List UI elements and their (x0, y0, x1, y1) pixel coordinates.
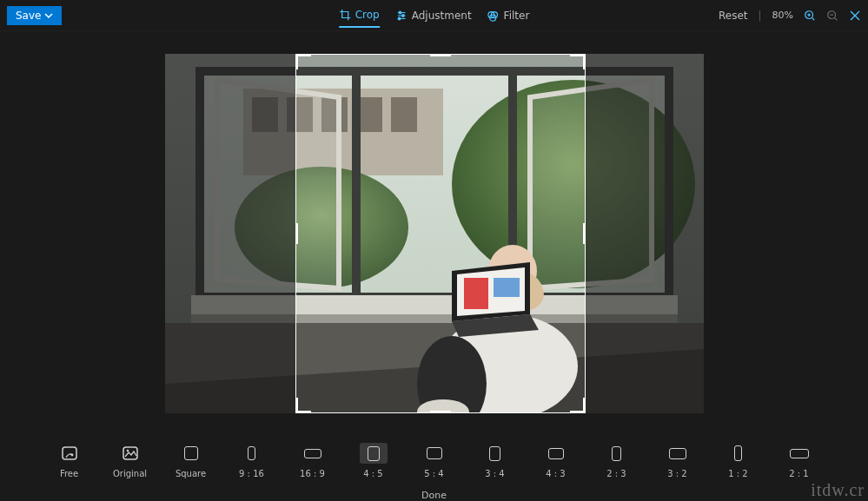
ratio-label: Free (60, 469, 78, 478)
zoom-percentage: 80% (772, 10, 793, 21)
tab-label: Adjustment (412, 10, 472, 22)
ratio-icon (725, 443, 752, 464)
svg-rect-36 (63, 447, 76, 459)
ratio-label: 2 : 3 (606, 469, 626, 478)
tool-tabs: Crop Adjustment Filter (339, 3, 530, 28)
tab-label: Crop (355, 9, 380, 21)
tab-label: Filter (504, 10, 530, 22)
svg-point-0 (399, 11, 401, 14)
close-button[interactable] (849, 10, 861, 22)
top-toolbar: Save Crop Adjustment Filter Reset | 80% (0, 0, 868, 31)
reset-button[interactable]: Reset (715, 10, 748, 22)
ratio-label: 3 : 2 (667, 469, 686, 478)
close-icon (849, 10, 861, 22)
done-button[interactable]: Done (0, 488, 868, 501)
ratio-icon (785, 443, 813, 464)
tab-adjustment[interactable]: Adjustment (395, 4, 472, 27)
svg-point-37 (70, 454, 73, 457)
svg-point-39 (126, 450, 129, 452)
ratio-label: 16 : 9 (300, 469, 325, 478)
tab-filter[interactable]: Filter (487, 4, 530, 27)
svg-rect-33 (464, 278, 488, 309)
zoom-out-icon (826, 10, 838, 22)
ratio-icon (421, 443, 448, 464)
ratio-2-1[interactable]: 2 : 1 (782, 443, 817, 488)
svg-rect-15 (391, 97, 417, 132)
ratio-label: Square (176, 469, 206, 478)
ratio-label: 1 : 2 (728, 469, 747, 478)
tab-crop[interactable]: Crop (339, 3, 380, 28)
ratio-icon (56, 443, 83, 464)
ratio-3-2[interactable]: 3 : 2 (660, 443, 695, 488)
svg-point-1 (401, 14, 404, 16)
ratio-icon (116, 443, 144, 464)
ratio-2-3[interactable]: 2 : 3 (600, 443, 634, 488)
aspect-ratio-bar: FreeOriginalSquare9 : 1616 : 94 : 55 : 4… (0, 436, 868, 488)
reset-label: Reset (719, 10, 748, 22)
photo-container[interactable] (165, 54, 704, 413)
svg-rect-34 (494, 278, 520, 297)
ratio-label: 4 : 5 (363, 469, 382, 478)
ratio-16-9[interactable]: 16 : 9 (295, 443, 330, 488)
ratio-icon (664, 443, 692, 464)
adjustment-icon (395, 10, 407, 22)
zoom-out-button[interactable] (826, 10, 838, 22)
ratio-original[interactable]: Original (113, 443, 148, 488)
ratio-icon (177, 443, 205, 464)
ratio-icon (360, 443, 388, 464)
separator: | (759, 10, 762, 22)
chevron-down-icon (44, 11, 53, 20)
zoom-in-button[interactable] (804, 10, 816, 22)
ratio-icon (481, 443, 509, 464)
filter-icon (487, 10, 500, 22)
ratio-free[interactable]: Free (52, 443, 87, 488)
crop-dim-left (165, 54, 295, 413)
ratio-square[interactable]: Square (174, 443, 209, 488)
toolbar-right: Reset | 80% (715, 10, 861, 22)
ratio-3-4[interactable]: 3 : 4 (478, 443, 513, 488)
ratio-5-4[interactable]: 5 : 4 (417, 443, 452, 488)
zoom-in-icon (804, 10, 816, 22)
ratio-4-3[interactable]: 4 : 3 (539, 443, 573, 488)
save-button[interactable]: Save (7, 6, 62, 25)
ratio-label: 9 : 16 (239, 469, 264, 478)
ratio-4-5[interactable]: 4 : 5 (356, 443, 391, 488)
ratio-label: 3 : 4 (485, 469, 504, 478)
ratio-label: 4 : 3 (546, 469, 565, 478)
ratio-icon (603, 443, 631, 464)
ratio-label: 2 : 1 (789, 469, 808, 478)
ratio-icon (542, 443, 570, 464)
ratio-1-2[interactable]: 1 : 2 (721, 443, 756, 488)
ratio-label: Original (113, 469, 147, 478)
editor-canvas (0, 31, 868, 436)
crop-icon (339, 9, 351, 21)
ratio-icon (238, 443, 266, 464)
ratio-label: 5 : 4 (424, 469, 443, 478)
svg-point-2 (398, 17, 401, 20)
ratio-icon (299, 443, 327, 464)
crop-dim-right (586, 54, 704, 413)
ratio-9-16[interactable]: 9 : 16 (235, 443, 269, 488)
save-label: Save (16, 10, 41, 22)
